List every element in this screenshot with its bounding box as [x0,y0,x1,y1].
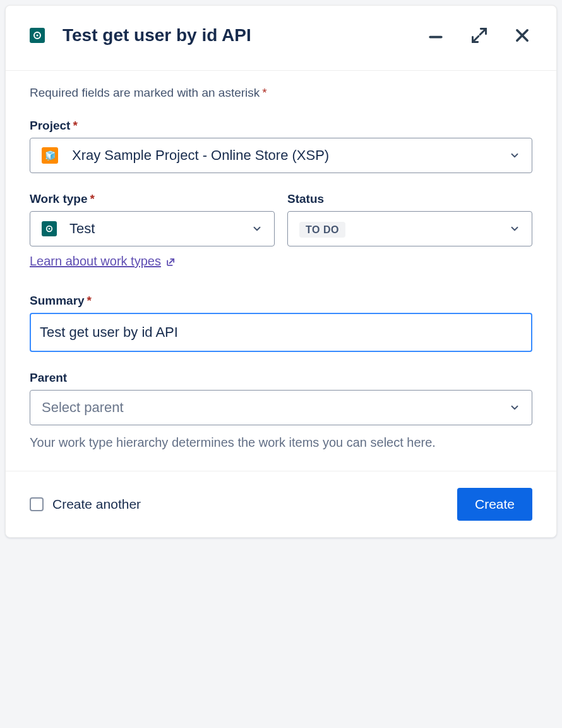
chevron-down-icon [509,223,520,234]
work-type-field: Work type* Test Learn about work types [30,192,275,269]
modal-title: Test get user by id API [63,25,424,46]
work-type-value: Test [69,221,251,237]
expand-button[interactable] [468,24,491,47]
required-note: Required fields are marked with an aster… [30,86,532,100]
work-type-select[interactable]: Test [30,211,275,246]
project-field: Project* 🧊 Xray Sample Project - Online … [30,119,532,173]
close-button[interactable] [511,24,534,47]
worktype-status-row: Work type* Test Learn about work types S… [30,192,532,269]
chevron-down-icon [251,223,263,234]
create-another-checkbox-group[interactable]: Create another [30,497,141,512]
external-link-icon [165,255,177,268]
modal-footer: Create another Create [6,471,556,537]
issue-type-icon [30,28,45,43]
project-label: Project* [30,119,532,133]
parent-label: Parent [30,371,532,385]
status-badge: TO DO [299,222,345,238]
chevron-down-icon [509,150,520,161]
close-icon [513,27,531,44]
parent-field: Parent Select parent Your work type hier… [30,371,532,452]
project-value: Xray Sample Project - Online Store (XSP) [72,147,509,164]
status-select[interactable]: TO DO [287,211,532,246]
header-actions [424,23,534,47]
chevron-down-icon [509,402,520,413]
work-type-label: Work type* [30,192,275,206]
parent-select[interactable]: Select parent [30,390,532,425]
summary-input[interactable] [30,313,532,352]
svg-point-1 [37,35,39,37]
modal-body: Required fields are marked with an aster… [6,71,556,471]
parent-help-text: Your work type hierarchy determines the … [30,433,532,452]
modal-header: Test get user by id API [6,6,556,71]
status-label: Status [287,192,532,206]
create-another-label: Create another [52,497,141,512]
status-field: Status TO DO [287,192,532,269]
create-button[interactable]: Create [457,488,532,521]
create-issue-modal: Test get user by id API Required fields … [5,5,557,538]
create-another-checkbox[interactable] [30,497,44,511]
project-avatar-icon: 🧊 [42,147,58,164]
expand-icon [470,27,488,44]
learn-work-types-link[interactable]: Learn about work types [30,254,177,269]
summary-field: Summary* [30,294,532,352]
project-select[interactable]: 🧊 Xray Sample Project - Online Store (XS… [30,138,532,173]
minimize-icon [426,26,445,45]
minimize-button[interactable] [424,23,448,47]
parent-placeholder: Select parent [42,399,509,416]
svg-point-6 [49,228,51,230]
test-type-icon [42,221,57,236]
summary-label: Summary* [30,294,532,308]
